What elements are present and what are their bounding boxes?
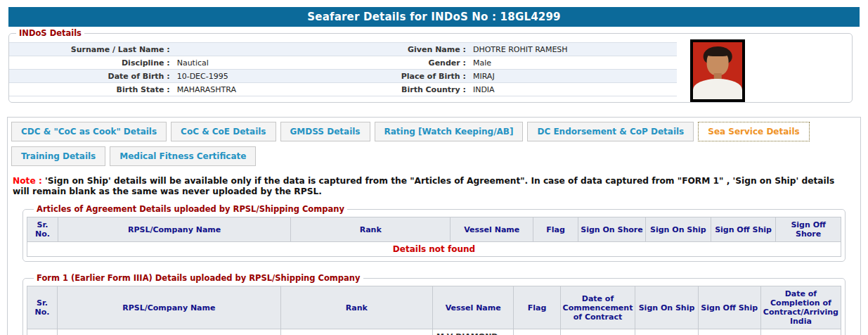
table-cell (760, 329, 841, 335)
note-text: 'Sign on Ship' details will be available… (13, 176, 834, 196)
articles-header-row: Sr. No.RPSL/Company NameRankVessel NameF… (27, 217, 841, 242)
field-label: Given Name : (399, 43, 470, 56)
column-header: Sr. No. (27, 217, 58, 242)
table-cell: 1. (27, 329, 58, 335)
page-title: Seafarer Details for INDoS No : 18GL4299 (8, 7, 860, 27)
indos-table: Surname / Last Name :Given Name :DHOTRE … (9, 42, 677, 96)
articles-table: Sr. No.RPSL/Company NameRankVessel NameF… (27, 217, 841, 257)
table-cell: 28-OCT-2019 (560, 329, 635, 335)
column-header: Date of Completion of Contract/Arriving … (760, 286, 841, 329)
column-header: Sign On Shore (578, 217, 645, 242)
seafarer-photo (690, 39, 745, 102)
note-prefix: Note : (13, 176, 42, 186)
field-label: Birth State : (9, 83, 174, 96)
field-value: 10-DEC-1995 (174, 70, 399, 83)
column-header: Sr. No. (27, 286, 58, 329)
column-header: Sign On Ship (646, 217, 711, 242)
tab-sea-service-details[interactable]: Sea Service Details (698, 122, 809, 141)
field-label: Gender : (399, 56, 470, 70)
table-row: 1.SAILFAST MARITIME INDIA PRIVATE LIMITE… (27, 329, 841, 335)
column-header: Flag (514, 286, 560, 329)
column-header: Rank (291, 217, 451, 242)
field-label: Birth Country : (399, 83, 470, 96)
field-label: Discipline : (9, 56, 174, 70)
table-row: Details not found (27, 242, 841, 257)
indos-details-section: INDoS Details Surname / Last Name :Given… (8, 28, 853, 103)
tab-dc-endorsement-cop-details[interactable]: DC Endorsement & CoP Details (527, 122, 694, 141)
field-value: DHOTRE ROHIT RAMESH (470, 43, 677, 56)
column-header: Sign Off Shore (776, 217, 841, 242)
seafarer-details-page: Seafarer Details for INDoS No : 18GL4299… (0, 0, 868, 335)
tab-rating-watch-keeping-ab[interactable]: Rating [Watch Keeping/AB] (375, 122, 524, 141)
tab-gmdss-details[interactable]: GMDSS Details (280, 122, 370, 141)
table-cell: M V DIAMOND WAY (433, 329, 514, 335)
field-label: Surname / Last Name : (9, 43, 174, 56)
indos-row: Birth State :MAHARASHTRABirth Country :I… (9, 83, 677, 96)
column-header: Sign On Ship (635, 286, 698, 329)
indos-row: Surname / Last Name :Given Name :DHOTRE … (9, 43, 677, 56)
indos-row: Date of Birth :10-DEC-1995Place of Birth… (9, 70, 677, 83)
column-header: Sign Off Ship (698, 286, 760, 329)
tab-content-panel: CDC & "CoC as Cook" DetailsCoC & CoE Det… (7, 117, 861, 335)
tabs: CDC & "CoC as Cook" DetailsCoC & CoE Det… (11, 122, 857, 166)
table-cell: FOREIGN (514, 329, 560, 335)
table-cell (635, 329, 698, 335)
tab-cdc-coc-as-cook-details[interactable]: CDC & "CoC as Cook" Details (11, 122, 167, 141)
column-header: Vessel Name (433, 286, 514, 329)
tab-coc-coe-details[interactable]: CoC & CoE Details (171, 122, 276, 141)
column-header: RPSL/Company Name (58, 217, 291, 242)
column-header: Vessel Name (451, 217, 533, 242)
field-label: Date of Birth : (9, 70, 174, 83)
field-value: Male (470, 56, 677, 70)
indos-row: Discipline :NauticalGender :Male (9, 56, 677, 70)
form1-section: Form 1 (Earlier Form IIIA) Details uploa… (22, 273, 846, 335)
note: Note : 'Sign on Ship' details will be av… (13, 176, 854, 197)
table-cell: Deck Cadet (280, 329, 432, 335)
column-header: Sign Off Ship (711, 217, 776, 242)
articles-of-agreement-section: Articles of Agreement Details uploaded b… (22, 204, 846, 262)
field-value (174, 43, 399, 56)
form1-legend: Form 1 (Earlier Form IIIA) Details uploa… (34, 273, 363, 283)
tab-medical-fitness-certificate[interactable]: Medical Fitness Certificate (110, 146, 256, 166)
column-header: Rank (280, 286, 432, 329)
field-label: Place of Birth : (399, 70, 470, 83)
photo-shirt (693, 79, 742, 101)
articles-legend: Articles of Agreement Details uploaded b… (34, 204, 347, 214)
column-header: Flag (533, 217, 578, 242)
field-value: MAHARASHTRA (174, 83, 399, 96)
photo-hair-fringe (706, 49, 730, 56)
column-header: RPSL/Company Name (58, 286, 281, 329)
field-value: Nautical (174, 56, 399, 70)
field-value: INDIA (470, 83, 677, 96)
empty-message: Details not found (27, 242, 841, 257)
form1-header-row: Sr. No.RPSL/Company NameRankVessel NameF… (27, 286, 841, 329)
tab-training-details[interactable]: Training Details (11, 146, 105, 166)
column-header: Date of Commencement of Contract (560, 286, 635, 329)
field-value: MIRAJ (470, 70, 677, 83)
table-cell: SAILFAST MARITIME INDIA PRIVATE LIMITED (58, 329, 281, 335)
form1-table: Sr. No.RPSL/Company NameRankVessel NameF… (27, 286, 841, 335)
indos-details-legend: INDoS Details (16, 28, 84, 38)
table-cell (698, 329, 760, 335)
